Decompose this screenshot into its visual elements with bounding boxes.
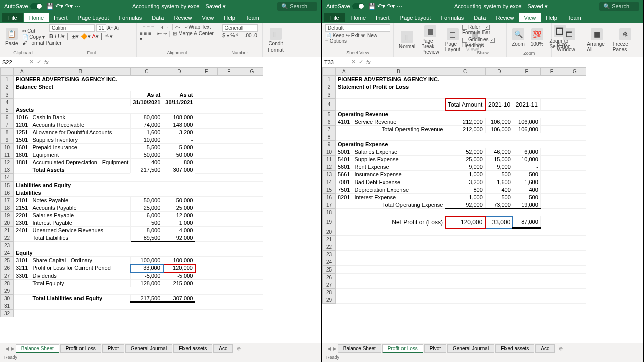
ribbon-home: 📋Paste ✂ Cut 📄 Copy ▾ 🖌 Format Painter C… xyxy=(0,23,321,57)
status-bar: Ready xyxy=(0,354,321,362)
alignment-group-label: Alignment xyxy=(140,50,214,56)
zoom-button[interactable]: 🔍Zoom xyxy=(510,27,527,48)
arrange-all[interactable]: ▦Arrange All xyxy=(585,27,608,53)
menubar: File Home Insert Page Layout Formulas Da… xyxy=(322,12,643,23)
keep-button[interactable]: 📄 Keep xyxy=(325,33,344,38)
search-box[interactable]: 🔍 Search xyxy=(599,2,639,11)
new-button[interactable]: 👁 New xyxy=(361,33,377,38)
sheet-tab-acc[interactable]: Acc xyxy=(213,344,233,353)
search-box[interactable]: 🔍 Search xyxy=(277,2,317,11)
new-sheet-button[interactable]: ⊕ xyxy=(556,346,566,351)
help-tab[interactable]: Help xyxy=(219,13,240,22)
help-tab[interactable]: Help xyxy=(541,13,562,22)
sheet-tab-profit-loss[interactable]: Profit or Loss xyxy=(382,344,423,353)
team-tab[interactable]: Team xyxy=(562,13,586,22)
number-format[interactable]: General xyxy=(222,24,258,32)
sheet-tab-balance-sheet[interactable]: Balance Sheet xyxy=(16,344,59,353)
wrap-text[interactable]: ↩ Wrap Text xyxy=(185,24,211,30)
page-layout-tab[interactable]: Page Layout xyxy=(395,13,436,22)
sheet-tab-fixed-assets[interactable]: Fixed assets xyxy=(495,344,534,353)
zoom-100[interactable]: 💯100% xyxy=(529,27,546,48)
data-tab[interactable]: Data xyxy=(147,13,169,22)
name-box[interactable]: T33 xyxy=(322,59,348,65)
filename: Accounting system by excel - Saved ▾ xyxy=(81,3,277,10)
data-tab[interactable]: Data xyxy=(469,13,491,22)
new-sheet-button[interactable]: ⊕ xyxy=(234,346,244,351)
tab-nav[interactable]: ◀ ▶ xyxy=(5,346,15,351)
options-button[interactable]: ≡ Options xyxy=(325,38,347,44)
menubar: File Home Insert Page Layout Formulas Da… xyxy=(0,12,321,23)
name-box[interactable]: S22 xyxy=(0,59,26,65)
view-tab[interactable]: View xyxy=(197,13,219,22)
namebox-row: S22 ✕✓fx xyxy=(0,57,321,67)
bold-button[interactable]: B xyxy=(49,33,53,39)
number-group-label: Number xyxy=(220,50,259,56)
clipboard-group-label: Clipboard xyxy=(3,50,43,56)
insert-tab[interactable]: Insert xyxy=(371,13,395,22)
titlebar: AutoSave 💾 ↶▾ ↷▾ ⋯ Accounting system by … xyxy=(322,0,643,12)
review-tab[interactable]: Review xyxy=(491,13,519,22)
fx-check-icon[interactable]: ✓ xyxy=(37,59,41,65)
italic-button[interactable]: I xyxy=(55,33,56,39)
sheet-tabs: ◀ ▶ Balance Sheet Profit or Loss Pivot G… xyxy=(0,343,321,354)
sheet-view-select[interactable]: Default xyxy=(325,24,390,32)
cond-format[interactable]: ▦ConditFormat xyxy=(266,27,286,54)
worksheet-grid[interactable]: ABCDEFG1PIONEER ADVERTISING AGENCY INC.2… xyxy=(0,67,321,343)
font-shrink[interactable]: A↓ xyxy=(114,25,120,31)
sheet-tab-pivot[interactable]: Pivot xyxy=(424,344,446,353)
formulas-tab[interactable]: Formulas xyxy=(114,13,147,22)
font-grow[interactable]: A↑ xyxy=(107,25,113,31)
font-name[interactable]: Calibri xyxy=(49,24,95,32)
autosave-toggle[interactable] xyxy=(30,3,42,9)
freeze-panes[interactable]: ❄Freeze Panes xyxy=(611,27,640,53)
excel-window-left: AutoSave 💾 ↶▾ ↷▾ ⋯ Accounting system by … xyxy=(0,0,322,362)
titlebar: AutoSave 💾 ↶▾ ↷▾ ⋯ Accounting system by … xyxy=(0,0,321,12)
page-layout-tab[interactable]: Page Layout xyxy=(73,13,114,22)
sheet-tab-balance-sheet[interactable]: Balance Sheet xyxy=(338,344,381,353)
view-tab[interactable]: View xyxy=(519,13,541,22)
file-tab[interactable]: File xyxy=(2,13,23,22)
sheet-tab-fixed-assets[interactable]: Fixed assets xyxy=(173,344,212,353)
home-tab[interactable]: Home xyxy=(346,13,371,22)
fx-icon[interactable]: fx xyxy=(44,59,49,65)
fx-cancel-icon[interactable]: ✕ xyxy=(29,59,34,65)
filename: Accounting system by excel - Saved ▾ xyxy=(403,3,599,10)
team-tab[interactable]: Team xyxy=(240,13,264,22)
paste-button[interactable]: 📋Paste xyxy=(3,27,20,47)
new-window[interactable]: 🗔New Window xyxy=(555,27,583,53)
sheet-tab-general-journal[interactable]: General Journal xyxy=(447,344,494,353)
formula-bar-check[interactable] xyxy=(485,25,490,30)
sheet-tab-pivot[interactable]: Pivot xyxy=(102,344,124,353)
file-tab[interactable]: File xyxy=(324,13,345,22)
autosave-toggle[interactable] xyxy=(352,3,364,9)
normal-view[interactable]: ▦Normal xyxy=(397,30,417,50)
gridlines-check[interactable] xyxy=(462,38,467,43)
underline-button[interactable]: U xyxy=(58,33,62,39)
ribbon-view: Default 📄 Keep ↪ Exit 👁 New ≡ Options Sh… xyxy=(322,23,643,57)
ruler-check[interactable] xyxy=(462,25,467,30)
font-group-label: Font xyxy=(49,50,133,56)
merge-center[interactable]: ⊞ Merge & Center ▾ xyxy=(140,31,214,42)
qat-icons[interactable]: 💾 ↶▾ ↷▾ ⋯ xyxy=(46,3,81,10)
insert-tab[interactable]: Insert xyxy=(49,13,73,22)
sheet-tab-acc[interactable]: Acc xyxy=(535,344,555,353)
status-bar: Ready xyxy=(322,354,643,362)
worksheet-grid[interactable]: ABCDEFG1PIONEER ADVERTISING AGENCY INC.2… xyxy=(322,67,643,343)
headings-check[interactable] xyxy=(490,38,495,43)
qat-icons[interactable]: 💾 ↶▾ ↷▾ ⋯ xyxy=(368,3,403,10)
formulas-tab[interactable]: Formulas xyxy=(436,13,469,22)
autosave-label: AutoSave xyxy=(4,3,28,9)
exit-button[interactable]: ↪ Exit xyxy=(346,33,359,38)
font-size[interactable]: 11 xyxy=(96,24,106,32)
home-tab[interactable]: Home xyxy=(24,13,49,22)
tab-nav[interactable]: ◀ ▶ xyxy=(327,346,337,351)
sheet-tab-profit-loss[interactable]: Profit or Loss xyxy=(60,344,101,353)
excel-window-right: AutoSave 💾 ↶▾ ↷▾ ⋯ Accounting system by … xyxy=(322,0,644,362)
page-break-preview[interactable]: ▤Page Break Preview xyxy=(419,24,441,56)
review-tab[interactable]: Review xyxy=(169,13,197,22)
sheet-tab-general-journal[interactable]: General Journal xyxy=(125,344,172,353)
